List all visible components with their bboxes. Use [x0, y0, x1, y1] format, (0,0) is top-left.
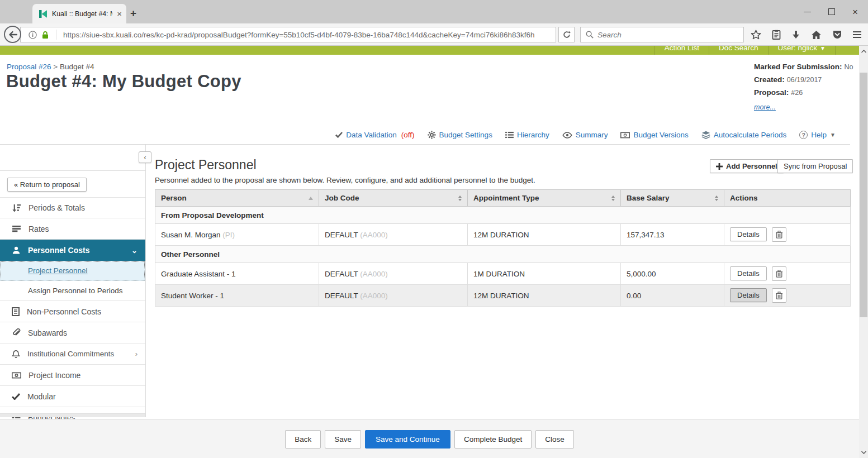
save-and-continue-button[interactable]: Save and Continue [365, 430, 450, 449]
action-list-link[interactable]: Action List [654, 46, 709, 55]
https-lock-icon[interactable] [41, 31, 49, 39]
chevron-right-icon: › [135, 350, 137, 358]
col-header-person[interactable]: Person [155, 190, 319, 207]
budget-settings-button[interactable]: Budget Settings [428, 131, 492, 139]
complete-budget-button[interactable]: Complete Budget [454, 430, 532, 449]
sidebar-item-subawards[interactable]: Subawards [0, 322, 145, 344]
cell-base-salary: 157,347.13 [621, 224, 724, 246]
cell-appointment-type: 12M DURATION [468, 285, 621, 307]
menu-hamburger-icon[interactable] [853, 31, 861, 38]
page-info-icon[interactable] [29, 31, 37, 39]
person-icon [12, 246, 21, 255]
delete-button[interactable] [772, 288, 786, 303]
pocket-icon[interactable] [832, 30, 842, 40]
return-to-proposal-button[interactable]: « Return to proposal [7, 178, 87, 192]
cell-appointment-type: 1M DURATION [468, 263, 621, 285]
col-header-actions: Actions [724, 190, 851, 207]
sidebar-item-non-personnel-costs[interactable]: Non-Personnel Costs [0, 301, 145, 322]
col-header-appointment-type[interactable]: Appointment Type [468, 190, 621, 207]
page-title: Budget #4: My Budget Copy [6, 71, 241, 92]
search-placeholder: Search [597, 31, 622, 39]
col-header-job-code[interactable]: Job Code [319, 190, 468, 207]
url-bar[interactable]: https://siue-sbx.kuali.co/res/kc-pd-krad… [20, 27, 556, 42]
sidebar-header: ‹ [0, 145, 145, 171]
window-controls: × [804, 0, 860, 23]
delete-button[interactable] [772, 266, 786, 281]
reload-icon [563, 31, 571, 39]
window-minimize-icon[interactable] [804, 12, 811, 12]
bell-icon [12, 350, 20, 359]
more-link[interactable]: more... [754, 103, 776, 111]
sidebar-item-assign-personnel[interactable]: Assign Personnel to Periods [0, 281, 145, 301]
tab-title: Kuali :: Budget #4: My Budge [52, 10, 112, 18]
data-validation-off-badge: (off) [401, 131, 415, 139]
sync-from-proposal-button[interactable]: Sync from Proposal [777, 159, 853, 173]
back-page-button[interactable]: Back [285, 430, 321, 449]
close-button[interactable]: Close [535, 430, 574, 449]
sidebar-item-institutional-commitments[interactable]: Institutional Commitments › [0, 344, 145, 365]
kuali-favicon-icon [39, 9, 48, 18]
group-label: From Proposal Development [155, 207, 851, 224]
cell-base-salary: 0.00 [621, 285, 724, 307]
help-menu-button[interactable]: ? Help ▼ [799, 131, 836, 139]
bookmark-star-icon[interactable] [751, 30, 761, 40]
scroll-up-icon[interactable] [859, 47, 868, 56]
summary-button[interactable]: Summary [562, 131, 608, 139]
meta-marked-for-submission: Marked For Submission:No [754, 61, 855, 71]
add-personnel-button[interactable]: Add Personnel [710, 159, 784, 173]
browser-tab[interactable]: Kuali :: Budget #4: My Budge × [32, 4, 126, 23]
reload-button[interactable] [558, 27, 575, 42]
browser-titlebar: Kuali :: Budget #4: My Budge × + × [0, 0, 868, 23]
table-row: Susan M. Morgan (PI) DEFAULT (AA000) 12M… [155, 224, 851, 246]
app-header-bar: Action List Doc Search User: nglick▼ [0, 46, 859, 55]
trash-icon [776, 231, 782, 238]
delete-button[interactable] [772, 227, 786, 242]
url-text[interactable]: https://siue-sbx.kuali.co/res/kc-pd-krad… [63, 31, 535, 39]
data-validation-button[interactable]: Data Validation (off) [335, 131, 414, 139]
window-close-icon[interactable]: × [852, 7, 858, 17]
sidebar-item-project-personnel[interactable]: Project Personnel [0, 261, 145, 281]
sidebar-collapse-button[interactable]: ‹ [139, 151, 151, 163]
user-menu[interactable]: User: nglick▼ [769, 46, 836, 55]
bookmarks-clipboard-icon[interactable] [772, 30, 781, 40]
sidebar-item-personnel-costs[interactable]: Personnel Costs ⌄ [0, 240, 145, 261]
details-button[interactable]: Details [730, 227, 767, 241]
details-button[interactable]: Details [730, 288, 767, 302]
checkmark-icon [12, 393, 20, 400]
browser-navbar: https://siue-sbx.kuali.co/res/kc-pd-krad… [0, 23, 868, 46]
help-icon: ? [799, 131, 808, 139]
doc-search-link[interactable]: Doc Search [709, 46, 769, 55]
new-tab-button[interactable]: + [130, 7, 136, 20]
table-header-row: Person Job Code Appointment Type Base Sa… [155, 190, 851, 207]
group-row: From Proposal Development [155, 207, 851, 224]
back-button[interactable] [4, 26, 21, 43]
tab-close-icon[interactable]: × [117, 9, 122, 18]
breadcrumb-proposal-link[interactable]: Proposal #26 [7, 63, 51, 71]
help-caret-icon: ▼ [830, 132, 836, 138]
sidebar-item-rates[interactable]: Rates [0, 218, 145, 240]
window-maximize-icon[interactable] [828, 8, 835, 15]
sidebar-item-project-income[interactable]: 0 Project Income [0, 365, 145, 386]
autocalculate-periods-button[interactable]: Autocalculate Periods [701, 131, 787, 139]
sidebar-item-modular[interactable]: Modular [0, 386, 145, 407]
budget-versions-button[interactable]: Budget Versions [620, 131, 688, 139]
details-button[interactable]: Details [730, 266, 767, 280]
eye-icon [562, 132, 572, 139]
budget-toolbar: Data Validation (off) Budget Settings Hi… [0, 131, 836, 139]
meta-proposal: Proposal:#26 [754, 87, 855, 97]
section-title: Project Personnel [155, 158, 257, 173]
scroll-down-icon[interactable] [859, 448, 868, 457]
page-scrollbar[interactable] [859, 46, 868, 458]
hierarchy-button[interactable]: Hierarchy [505, 131, 549, 139]
cell-appointment-type: 12M DURATION [468, 224, 621, 246]
breadcrumb-current: Budget #4 [60, 63, 94, 71]
col-header-base-salary[interactable]: Base Salary [621, 190, 724, 207]
downloads-icon[interactable] [791, 30, 800, 40]
scrollbar-thumb[interactable] [860, 73, 867, 317]
back-arrow-icon [8, 31, 17, 39]
sidebar-item-periods-totals[interactable]: Periods & Totals [0, 197, 145, 218]
cell-base-salary: 5,000.00 [621, 263, 724, 285]
search-bar[interactable]: Search [580, 27, 744, 42]
save-button[interactable]: Save [325, 430, 361, 449]
home-icon[interactable] [811, 30, 822, 40]
